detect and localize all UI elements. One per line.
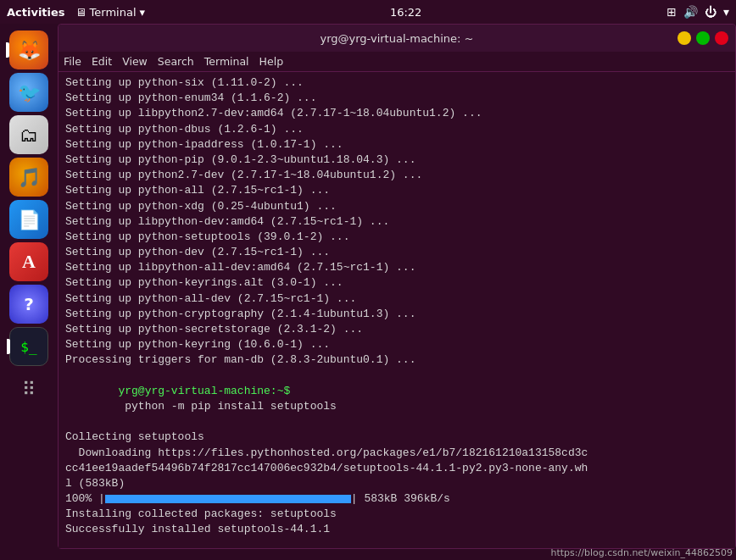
term-line: Setting up libpython-dev:amd64 (2.7.15~r… [65, 214, 728, 230]
dock-icon-writer[interactable]: 📄 [9, 200, 48, 239]
dock: 🦊 🐦 🗂 🎵 📄 A ? $_ ⠿ [0, 24, 58, 560]
progress-fill [105, 495, 351, 503]
term-line: Setting up python-ipaddress (1.0.17-1) .… [65, 137, 728, 152]
progress-line: 100% | | 583kB 396kB/s [65, 491, 728, 507]
close-button[interactable] [715, 31, 728, 45]
term-line: Setting up libpython-all-dev:amd64 (2.7.… [65, 260, 728, 275]
dock-icon-files[interactable]: 🗂 [9, 115, 48, 154]
term-line: Setting up python-dev (2.7.15~rc1-1) ... [65, 245, 728, 260]
network-icon[interactable]: ⊞ [666, 5, 677, 19]
dock-icon-terminal[interactable]: $_ [9, 327, 48, 366]
collecting-line: Collecting setuptools [65, 430, 728, 445]
term-line: Setting up python-all-dev (2.7.15~rc1-1)… [65, 291, 728, 307]
terminal-titlebar: yrg@yrg-virtual-machine: ~ [59, 25, 735, 52]
term-line: Setting up python2.7-dev (2.7.17-1~18.04… [65, 168, 728, 183]
dock-icon-firefox[interactable]: 🦊 [9, 30, 48, 69]
menu-file[interactable]: File [64, 55, 81, 68]
term-line: Setting up python-pip (9.0.1-2.3~ubuntu1… [65, 152, 728, 168]
term-line: Setting up python-enum34 (1.1.6-2) ... [65, 91, 728, 106]
terminal-active-indicator [7, 339, 10, 354]
term-line: Setting up libpython2.7-dev:amd64 (2.7.1… [65, 106, 728, 121]
terminal-content[interactable]: Setting up python-six (1.11.0-2) ... Set… [59, 72, 735, 548]
prompt-command: python -m pip install setuptools [118, 400, 336, 413]
dock-icon-help[interactable]: ? [9, 285, 48, 324]
term-line: Setting up python-secretstorage (2.3.1-2… [65, 322, 728, 337]
downloading-line2: cc41ee19aadef54496b74f2817cc147006ec932b… [65, 461, 728, 476]
progress-label: 100% | [65, 491, 105, 507]
system-bar-left: Activities 🖥 Terminal ▾ [7, 6, 145, 19]
term-line: Setting up python-six (1.11.0-2) ... [65, 75, 728, 91]
desktop: 🦊 🐦 🗂 🎵 📄 A ? $_ ⠿ yrg@yrg-virtual-machi… [0, 24, 736, 560]
volume-icon[interactable]: 🔊 [683, 5, 698, 19]
tray-dropdown-icon[interactable]: ▾ [723, 5, 729, 19]
terminal-menubar: File Edit View Search Terminal Help [59, 52, 735, 72]
system-clock[interactable]: 16:22 [390, 6, 421, 19]
success-line: Successfully installed setuptools-44.1.1 [65, 522, 728, 537]
terminal-indicator[interactable]: 🖥 Terminal ▾ [75, 6, 145, 19]
term-line: Setting up python-keyrings.alt (3.0-1) .… [65, 275, 728, 291]
terminal-screen-icon: 🖥 [75, 6, 86, 19]
activities-button[interactable]: Activities [7, 6, 65, 19]
window-controls [677, 31, 728, 45]
dock-icon-thunderbird[interactable]: 🐦 [9, 73, 48, 112]
terminal-window: yrg@yrg-virtual-machine: ~ File Edit Vie… [58, 24, 736, 549]
dock-icon-rhythmbox[interactable]: 🎵 [9, 158, 48, 197]
menu-search[interactable]: Search [158, 55, 194, 68]
maximize-button[interactable] [696, 31, 710, 45]
term-line: Setting up python-setuptools (39.0.1-2) … [65, 230, 728, 245]
power-icon[interactable]: ⏻ [705, 5, 716, 19]
progress-suffix: | 583kB 396kB/s [351, 491, 450, 507]
dock-icon-show-apps[interactable]: ⠿ [9, 369, 48, 408]
system-tray: ⊞ 🔊 ⏻ ▾ [666, 5, 729, 19]
watermark: https://blog.csdn.net/weixin_44862509 [550, 547, 733, 558]
installing-line: Installing collected packages: setuptool… [65, 507, 728, 522]
menu-edit[interactable]: Edit [92, 55, 112, 68]
term-line: Setting up python-all (2.7.15~rc1-1) ... [65, 183, 728, 198]
term-line: Setting up python-cryptography (2.1.4-1u… [65, 307, 728, 322]
downloading-line3: l (583kB) [65, 476, 728, 491]
menu-terminal[interactable]: Terminal [204, 55, 249, 68]
downloading-line1: Downloading https://files.pythonhosted.o… [65, 446, 728, 461]
menu-help[interactable]: Help [259, 55, 284, 68]
terminal-title: yrg@yrg-virtual-machine: ~ [116, 32, 677, 45]
minimize-button[interactable] [677, 31, 691, 45]
term-line: Setting up python-dbus (1.2.6-1) ... [65, 122, 728, 137]
system-bar: Activities 🖥 Terminal ▾ 16:22 ⊞ 🔊 ⏻ ▾ [0, 0, 736, 24]
time-display: 16:22 [390, 6, 421, 19]
term-line: Processing triggers for man-db (2.8.3-2u… [65, 352, 728, 368]
prompt-user: yrg@yrg-virtual-machine:~$ [118, 385, 290, 397]
prompt-line: yrg@yrg-virtual-machine:~$ python -m pip… [65, 369, 728, 430]
menu-view[interactable]: View [122, 55, 148, 68]
term-line: Setting up python-xdg (0.25-4ubuntu1) ..… [65, 199, 728, 214]
term-line: Setting up python-keyring (10.6.0-1) ... [65, 337, 728, 352]
active-indicator [6, 42, 9, 58]
dock-icon-fonts[interactable]: A [9, 242, 48, 281]
